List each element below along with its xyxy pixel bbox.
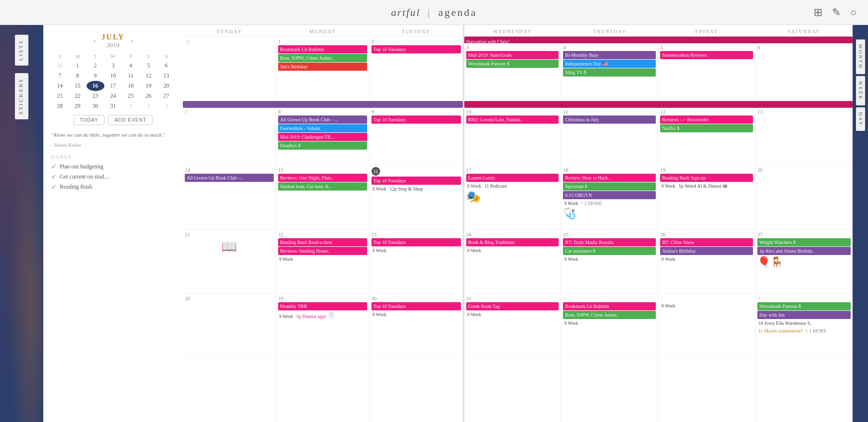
table-row[interactable]: 25 [122, 91, 140, 101]
event[interactable]: 9 Work [371, 312, 387, 317]
table-row[interactable]: 7 [51, 71, 69, 81]
today-button[interactable]: TODAY [74, 115, 105, 125]
event[interactable]: Reviews: One Night, Flats.. [278, 174, 367, 182]
event[interactable]: Sling TV $ [563, 68, 656, 77]
cal-cell-19[interactable]: 19 Reading Rush Sign-up 9 Work 5p Weird … [658, 165, 755, 229]
event[interactable]: Car insurance $ [563, 247, 656, 255]
event[interactable]: All Grown Up Book Club –.. [185, 174, 274, 182]
table-row[interactable]: 30 [51, 61, 69, 71]
event[interactable]: 9 Work [371, 186, 387, 192]
event[interactable]: All Grown Up Book Club – ... [278, 115, 367, 124]
event[interactable]: 9 Work [563, 201, 579, 206]
event[interactable]: Reviews --> Reconsider [660, 115, 753, 124]
cal-cell-1[interactable]: 1 Bookmark Lit Bulletin Rent, NJPW, Crim… [276, 37, 370, 101]
cal-cell-8[interactable]: 8 All Grown Up Book Club – ... Faerieath… [276, 101, 370, 165]
event[interactable]: 9 Work [660, 256, 676, 262]
event[interactable]: 9 Work [278, 314, 294, 319]
cal-cell-2om[interactable]: 2 9 Work [658, 294, 755, 358]
cal-cell-22[interactable]: 22 Reading Rush Read-a-thon Reviews: Ste… [276, 230, 370, 294]
table-row[interactable]: 17 [104, 81, 122, 91]
cal-cell-30b[interactable]: 30 Top 10 Tuesdays 9 Work [370, 294, 463, 358]
event[interactable]: 9 Work [563, 256, 579, 262]
event[interactable]: Top 10 Tuesdays [371, 177, 461, 185]
cal-cell-11[interactable]: 11 Christmas in July [561, 101, 658, 165]
table-row[interactable]: 23 [87, 91, 104, 101]
event[interactable]: Monthly TBR [278, 302, 367, 310]
table-row[interactable]: 1 [69, 61, 87, 71]
event[interactable]: Independence Day 🇺🇸 [563, 60, 656, 68]
cal-cell-18[interactable]: 18 Review: How to Hack... Spectrum $ 8:1… [561, 165, 658, 229]
event[interactable]: 5p Weird Al & Dinner 🎟 [677, 183, 728, 189]
cal-cell-25[interactable]: 25 BT: Truly Madly Royalty Car insurance… [561, 230, 658, 294]
event[interactable]: 9 Work [466, 312, 482, 317]
table-row[interactable]: 2 [140, 101, 157, 111]
table-row[interactable]: 21 [51, 91, 69, 101]
cal-cell-6[interactable]: 6 [755, 37, 853, 101]
cal-cell-5[interactable]: 5 Summerathon Reviews [658, 37, 755, 101]
table-row[interactable]: 8 [69, 71, 87, 81]
event[interactable]: 10 Ivory Ella Warehouse S.. [757, 320, 813, 326]
event[interactable]: Bookmark Lit Bulletin [278, 45, 367, 53]
table-row[interactable]: 28 [51, 101, 69, 111]
event[interactable]: 9 Work [466, 248, 482, 253]
day-tab[interactable]: DAY [856, 107, 865, 131]
event[interactable]: Reviews: Stealing Home.. [278, 247, 367, 255]
event[interactable]: Mid-2019: Challenges/TB... [278, 133, 367, 141]
cal-cell-26[interactable]: 26 BT: Chloe Snow Alaina's Birthday 9 Wo… [658, 230, 755, 294]
cal-cell-16[interactable]: 16 Top 10 Tuesdays 9 Work 12p Stop & Sho… [370, 165, 463, 229]
event[interactable]: Netflix $ [660, 124, 753, 132]
event[interactable]: 11 Mystic exploration? [757, 328, 804, 333]
cal-cell-10[interactable]: 10 RRU: Lovely/Lost, Natalie.. [464, 101, 562, 165]
table-row[interactable]: 20 [157, 81, 175, 91]
event[interactable]: Weight Watchers $ [757, 238, 851, 246]
table-row[interactable]: 15 [69, 81, 87, 91]
event[interactable]: Wrestletalk Patreon $ [466, 60, 559, 68]
event[interactable]: 1p Alex and Alaina Birthda.. [757, 247, 851, 255]
event[interactable]: RRU: Lovely/Lost, Natalie.. [466, 115, 559, 124]
prev-month-btn[interactable]: ‹ [93, 37, 96, 45]
event[interactable]: Bookmark Lit Bulletin [563, 302, 656, 310]
cal-cell-7[interactable]: 7 [183, 101, 276, 165]
cal-cell-4[interactable]: 4 Bi-Monthly Bujo Independence Day 🇺🇸 Sl… [561, 37, 658, 101]
event[interactable]: Spectrum $ [563, 182, 656, 191]
event[interactable]: Jim's Birthday [278, 63, 367, 71]
event[interactable]: Top 10 Tuesdays [371, 238, 461, 246]
user-icon[interactable]: ○ [850, 6, 856, 19]
event[interactable]: 8:15 OBGYN [563, 191, 656, 199]
table-row[interactable]: 1 [122, 101, 140, 111]
table-row[interactable]: 10 [104, 71, 122, 81]
table-row[interactable]: 4 [122, 61, 140, 71]
cal-cell-23[interactable]: 23 Top 10 Tuesdays 9 Work [370, 230, 463, 294]
event[interactable]: Mid-2019: Stats/Goals [466, 51, 559, 59]
event[interactable]: Lauren Lately [466, 174, 559, 182]
event[interactable]: 11 Pedicure [484, 183, 508, 189]
event[interactable]: Rent, NJPW, Crime Junkie.. [278, 54, 367, 62]
table-row[interactable]: 22 [69, 91, 87, 101]
table-row[interactable]: 5 [140, 61, 157, 71]
table-row[interactable]: 26 [140, 91, 157, 101]
month-tab[interactable]: MONTH [856, 39, 865, 74]
event[interactable]: Review: How to Hack... [563, 174, 656, 182]
cal-cell-13[interactable]: 13 [755, 101, 853, 165]
event[interactable]: BT: Truly Madly Royalty [563, 238, 656, 246]
event[interactable]: Christmas in July [563, 115, 656, 124]
cal-cell-17[interactable]: 17 Lauren Lately 9 Work 11 Pedicure 🎭 [464, 165, 562, 229]
table-row[interactable]: 12 [140, 71, 157, 81]
cal-cell-1om[interactable]: 1 Bookmark Lit Bulletin Rent, NJPW, Crim… [561, 294, 658, 358]
cal-cell-30[interactable]: 30 [183, 37, 276, 101]
cal-cell-29[interactable]: 29 Monthly TBR 9 Work 5p Dentist appt 🦷 [276, 294, 370, 358]
event[interactable]: 9 Work [660, 183, 676, 189]
cal-cell-21[interactable]: 21 📖 [183, 230, 276, 294]
event[interactable]: Top 10 Tuesdays [371, 45, 461, 53]
event[interactable]: Top 10 Tuesdays [371, 115, 461, 124]
cal-cell-3om[interactable]: 3 Wrestletalk Patreon $ Day with Jen 10 … [755, 294, 853, 358]
week-tab[interactable]: WEEK [856, 76, 865, 105]
edit-icon[interactable]: ✎ [832, 6, 841, 19]
table-row[interactable]: 14 [51, 81, 69, 91]
event[interactable]: Alaina's Birthday [660, 247, 753, 255]
event[interactable]: 9 Work [660, 303, 676, 308]
table-row[interactable]: 2 [87, 61, 104, 71]
more-link[interactable]: + 2 MORE [581, 201, 602, 206]
lists-tab[interactable]: LISTS [15, 35, 28, 65]
table-row[interactable]: 29 [69, 101, 87, 111]
